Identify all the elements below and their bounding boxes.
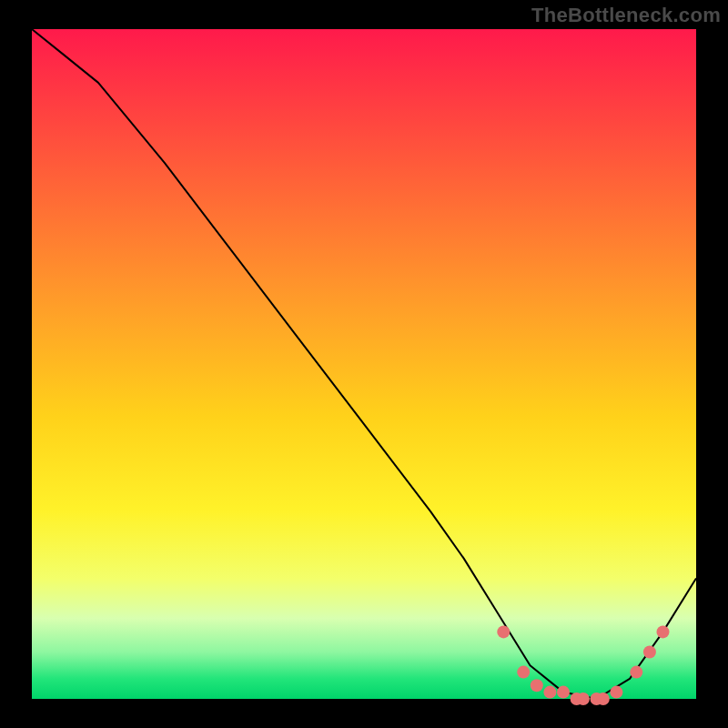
marker-dot <box>577 693 590 705</box>
marker-dot <box>597 693 610 705</box>
marker-dot <box>643 646 656 659</box>
chart-canvas <box>0 0 728 728</box>
marker-dot <box>543 686 556 699</box>
chart-frame: TheBottleneck.com <box>0 0 728 728</box>
marker-dot <box>630 666 642 679</box>
marker-dot <box>610 686 622 699</box>
plot-background <box>32 29 696 699</box>
marker-dot <box>497 625 510 638</box>
marker-dot <box>557 686 570 699</box>
marker-dot <box>517 666 530 679</box>
marker-dot <box>657 625 670 638</box>
marker-dot <box>531 679 543 692</box>
